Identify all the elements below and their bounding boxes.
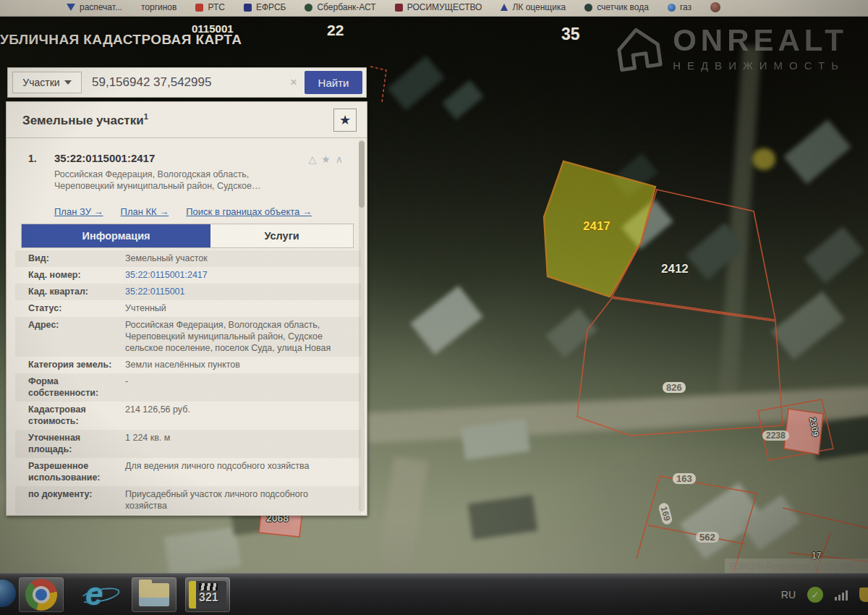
system-tray: RU ✓ [781, 574, 862, 615]
search-bar: Участки × Найти [7, 67, 367, 98]
bookmark-icon [195, 4, 203, 12]
clear-search-icon[interactable]: × [290, 75, 297, 90]
result-address: Российская Федерация, Вологодская област… [54, 169, 307, 192]
plan-zu-link[interactable]: План ЗУ → [54, 206, 103, 217]
panel-tabs: Информация Услуги [21, 224, 354, 248]
ie-taskbar-button[interactable]: e [78, 577, 123, 612]
search-input[interactable] [82, 72, 283, 93]
table-row: Статус: Учтенный [15, 300, 361, 317]
chrome-taskbar-button[interactable] [19, 577, 64, 612]
uac-shield-icon[interactable] [859, 588, 868, 602]
media-player-taskbar-button[interactable]: 321 [185, 577, 230, 612]
bookmark-item[interactable]: РТС [195, 2, 224, 12]
table-row: Форма собственности: - [15, 373, 361, 402]
plan-kk-link[interactable]: План КК → [121, 206, 169, 217]
folder-icon [139, 583, 169, 606]
result-action-icons[interactable]: △★∧ [308, 153, 348, 165]
photographed-screen: 0115001 22 35 2417 2412 826 2238 2309 16… [0, 0, 868, 615]
result-count: 1 [144, 112, 148, 121]
divider [7, 137, 367, 138]
tab-information[interactable]: Информация [22, 224, 210, 247]
media-player-badge: 321 [199, 591, 218, 604]
satellite-map[interactable]: 0115001 22 35 2417 2412 826 2238 2309 16… [0, 17, 868, 615]
find-button[interactable]: Найти [305, 71, 362, 94]
bookmark-item[interactable]: ЕФРСБ [244, 2, 286, 12]
bookmark-item[interactable] [710, 2, 720, 12]
browser-bookmarks-bar: распечат... торгинов РТС ЕФРСБ Сбербанк-… [0, 0, 868, 17]
table-row: по документу: Приусадебный участок лично… [15, 486, 361, 514]
table-row: Кад. номер: 35:22:0115001:2417 [15, 267, 361, 284]
antivirus-tray-icon[interactable]: ✓ [807, 587, 823, 603]
map-attribution: ЕЭКО © Росреестр 2010 | ПК [725, 559, 868, 574]
scrollbar-thumb[interactable] [359, 141, 365, 208]
bookmark-item[interactable]: ЛК оценщика [501, 2, 566, 12]
bookmark-icon [244, 4, 252, 12]
language-indicator[interactable]: RU [781, 589, 796, 601]
table-row: Адрес: Российская Федерация, Вологодская… [15, 317, 361, 357]
table-row: Вид: Земельный участок [15, 250, 361, 267]
clapperboard-icon [199, 583, 218, 590]
bookmark-icon [305, 4, 312, 12]
table-row: Кадастровая стоимость: 214 126,56 руб. [15, 402, 361, 430]
result-links: План ЗУ → План КК → Поиск в границах объ… [54, 206, 358, 217]
result-cadastral-number[interactable]: 35:22:0115001:2417 [54, 152, 155, 164]
bookmark-icon [67, 4, 75, 11]
panel-header: Земельные участки1 ★ [7, 102, 367, 137]
parcel-info-panel: Земельные участки1 ★ 1. 35:22:0115001:24… [6, 101, 367, 516]
search-category-dropdown[interactable]: Участки [12, 72, 82, 93]
bookmark-icon [395, 4, 403, 12]
info-table: Вид: Земельный участок Кад. номер: 35:22… [15, 250, 361, 514]
bookmark-icon [501, 4, 508, 11]
table-row: Кад. квартал: 35:22:0115001 [15, 284, 361, 300]
bookmark-icon [668, 4, 676, 12]
search-category-label: Участки [22, 77, 59, 88]
bookmark-item[interactable]: торгинов [141, 2, 176, 12]
star-icon: ★ [339, 112, 351, 128]
explorer-taskbar-button[interactable] [132, 577, 176, 612]
bookmark-item[interactable]: газ [668, 2, 692, 12]
chevron-down-icon [64, 80, 72, 85]
bookmark-item[interactable]: Сбербанк-АСТ [305, 2, 375, 12]
bookmark-item[interactable]: распечат... [67, 2, 122, 12]
panel-title: Земельные участки1 [22, 112, 148, 128]
favorite-button[interactable]: ★ [333, 109, 357, 132]
bookmark-item[interactable]: счетчик вода [584, 2, 649, 12]
table-row: Уточненная площадь: 1 224 кв. м [15, 430, 361, 458]
taskbar-app-partial-icon[interactable] [0, 580, 16, 607]
table-row: Категория земель: Земли населённых пункт… [15, 357, 361, 373]
bookmark-icon [584, 4, 592, 12]
page-title: УБЛИЧНАЯ КАДАСТРОВАЯ КАРТА [0, 32, 242, 48]
result-index: 1. [28, 153, 37, 164]
media-player-icon: 321 [189, 581, 226, 608]
bookmark-icon [710, 2, 720, 12]
tab-services[interactable]: Услуги [210, 224, 353, 247]
network-signal-icon[interactable] [835, 589, 848, 601]
windows-taskbar: e 321 RU ✓ [0, 573, 868, 615]
bookmark-item[interactable]: РОСИМУЩЕСТВО [395, 2, 482, 12]
table-row: Разрешенное использование: Для ведения л… [15, 458, 361, 486]
chrome-icon [25, 579, 57, 611]
search-in-bounds-link[interactable]: Поиск в границах объекта → [186, 206, 312, 217]
